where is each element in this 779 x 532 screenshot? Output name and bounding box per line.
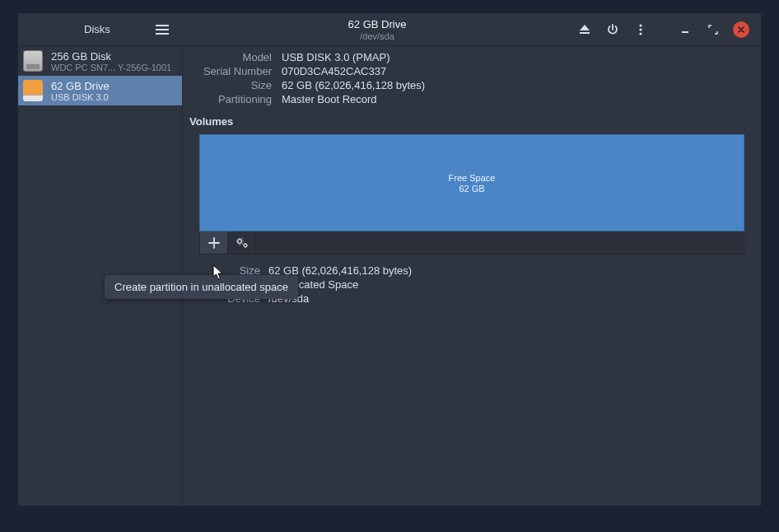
kebab-icon <box>639 24 642 35</box>
partitioning-value: Master Boot Record <box>282 93 754 105</box>
sidebar-item-disk-1[interactable]: 62 GB Drive USB DISK 3.0 <box>18 76 182 105</box>
app-title: Disks <box>26 23 110 35</box>
header-center: 62 GB Drive /dev/sda <box>183 18 571 41</box>
eject-button[interactable] <box>571 17 598 42</box>
maximize-icon <box>708 25 718 35</box>
close-icon <box>733 21 749 38</box>
volume-details: Size 62 GB (62,026,416,128 bytes) Conten… <box>189 264 754 305</box>
usb-drive-icon <box>21 79 44 102</box>
volumes-heading: Volumes <box>189 115 754 128</box>
sidebar: 256 GB Disk WDC PC SN7... Y-256G-1001 62… <box>18 46 183 506</box>
svg-point-0 <box>639 24 641 26</box>
headerbar: Disks 62 GB Drive /dev/sda <box>18 13 761 46</box>
close-window-button[interactable] <box>728 17 754 42</box>
vol-size-label: Size <box>189 264 260 277</box>
power-button[interactable] <box>599 17 626 42</box>
disk-name: 256 GB Disk <box>51 50 177 63</box>
svg-point-5 <box>244 244 247 247</box>
svg-rect-3 <box>682 31 688 33</box>
volumes-visualizer: Free Space 62 GB <box>199 134 744 254</box>
vol-size-value: 62 GB (62,026,416,128 bytes) <box>268 264 754 277</box>
eject-icon <box>579 24 590 35</box>
partition-name: Free Space <box>449 173 496 183</box>
partition-size: 62 GB <box>459 184 484 194</box>
drive-title: 62 GB Drive <box>348 18 407 30</box>
power-icon <box>607 24 618 35</box>
drive-menu-button[interactable] <box>627 17 654 42</box>
volume-settings-button[interactable] <box>228 231 256 254</box>
partition-free-space[interactable]: Free Space 62 GB <box>199 134 744 231</box>
window-body: 256 GB Disk WDC PC SN7... Y-256G-1001 62… <box>18 46 761 506</box>
disk-sub: WDC PC SN7... Y-256G-1001 <box>51 63 177 72</box>
disk-sub: USB DISK 3.0 <box>51 92 177 102</box>
hamburger-icon <box>156 25 169 35</box>
disks-window: Disks 62 GB Drive /dev/sda <box>18 13 761 506</box>
partitioning-label: Partitioning <box>189 93 272 105</box>
header-right <box>571 17 761 42</box>
drive-path: /dev/sda <box>360 31 394 41</box>
minimize-window-button[interactable] <box>672 17 698 42</box>
serial-value: 070D3CA452CAC337 <box>282 65 754 77</box>
vol-device-label: Device <box>189 292 260 305</box>
model-value: USB DISK 3.0 (PMAP) <box>282 51 754 63</box>
size-label: Size <box>189 79 272 91</box>
create-partition-button[interactable] <box>200 231 228 254</box>
header-left: Disks <box>18 13 183 45</box>
vol-contents-label: Contents <box>189 278 260 291</box>
plus-icon <box>208 237 220 249</box>
ssd-icon <box>21 49 44 72</box>
size-value: 62 GB (62,026,416,128 bytes) <box>282 79 754 91</box>
model-label: Model <box>189 51 272 63</box>
svg-point-1 <box>639 28 641 30</box>
maximize-window-button[interactable] <box>700 17 726 42</box>
minimize-icon <box>681 26 689 34</box>
vol-contents-value: Unallocated Space <box>268 278 754 291</box>
hamburger-menu-button[interactable] <box>150 17 175 42</box>
gears-icon <box>236 237 249 249</box>
serial-label: Serial Number <box>189 65 272 77</box>
main-panel: Model USB DISK 3.0 (PMAP) Serial Number … <box>183 46 761 506</box>
disk-name: 62 GB Drive <box>51 80 177 92</box>
sidebar-item-disk-0[interactable]: 256 GB Disk WDC PC SN7... Y-256G-1001 <box>18 46 182 76</box>
vol-device-value: /dev/sda <box>268 292 754 305</box>
volume-toolbar <box>199 231 744 254</box>
drive-info: Model USB DISK 3.0 (PMAP) Serial Number … <box>189 51 754 105</box>
svg-point-2 <box>639 32 641 35</box>
